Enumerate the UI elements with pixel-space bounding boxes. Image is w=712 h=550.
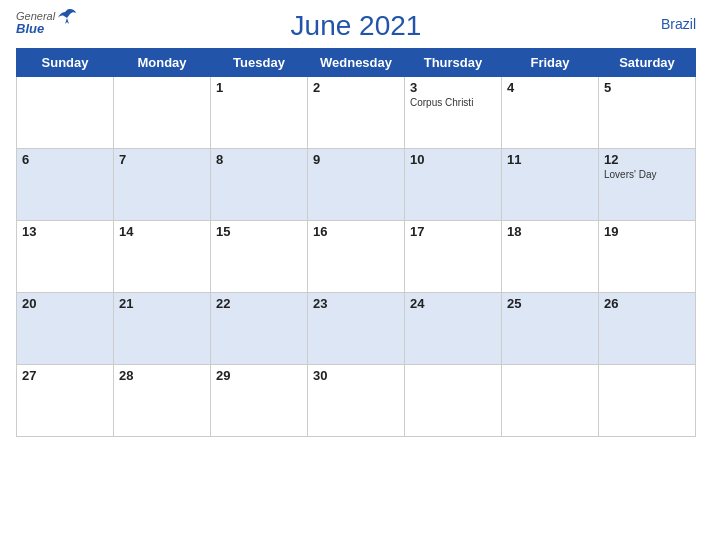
- event-label: Lovers' Day: [604, 169, 690, 180]
- calendar-cell: 8: [211, 149, 308, 221]
- day-number: 3: [410, 80, 496, 95]
- day-number: 29: [216, 368, 302, 383]
- calendar-cell: 28: [114, 365, 211, 437]
- day-number: 4: [507, 80, 593, 95]
- day-header-tuesday: Tuesday: [211, 49, 308, 77]
- day-number: 25: [507, 296, 593, 311]
- calendar-cell: 15: [211, 221, 308, 293]
- calendar-cell: 1: [211, 77, 308, 149]
- day-number: 2: [313, 80, 399, 95]
- day-header-monday: Monday: [114, 49, 211, 77]
- calendar-cell: [17, 77, 114, 149]
- calendar-cell: 22: [211, 293, 308, 365]
- day-number: 5: [604, 80, 690, 95]
- calendar-cell: 9: [308, 149, 405, 221]
- calendar-cell: 13: [17, 221, 114, 293]
- calendar-cell: 18: [502, 221, 599, 293]
- calendar-cell: 4: [502, 77, 599, 149]
- logo-area: General Blue: [16, 10, 77, 36]
- calendar-cell: 30: [308, 365, 405, 437]
- calendar-cell: 23: [308, 293, 405, 365]
- event-label: Corpus Christi: [410, 97, 496, 108]
- day-number: 21: [119, 296, 205, 311]
- calendar-cell: 20: [17, 293, 114, 365]
- week-row-5: 27282930: [17, 365, 696, 437]
- day-number: 19: [604, 224, 690, 239]
- day-number: 27: [22, 368, 108, 383]
- day-header-thursday: Thursday: [405, 49, 502, 77]
- calendar-cell: 2: [308, 77, 405, 149]
- week-row-4: 20212223242526: [17, 293, 696, 365]
- calendar-cell: 14: [114, 221, 211, 293]
- day-number: 12: [604, 152, 690, 167]
- week-row-1: 123Corpus Christi45: [17, 77, 696, 149]
- calendar-cell: [599, 365, 696, 437]
- day-number: 10: [410, 152, 496, 167]
- day-number: 15: [216, 224, 302, 239]
- day-number: 9: [313, 152, 399, 167]
- calendar-table: SundayMondayTuesdayWednesdayThursdayFrid…: [16, 48, 696, 437]
- calendar-cell: [405, 365, 502, 437]
- calendar-cell: 19: [599, 221, 696, 293]
- week-row-3: 13141516171819: [17, 221, 696, 293]
- calendar-cell: 3Corpus Christi: [405, 77, 502, 149]
- day-number: 11: [507, 152, 593, 167]
- calendar-header: General Blue June 2021 Brazil: [16, 10, 696, 42]
- day-number: 6: [22, 152, 108, 167]
- calendar-cell: 21: [114, 293, 211, 365]
- calendar-cell: [502, 365, 599, 437]
- day-number: 7: [119, 152, 205, 167]
- day-number: 28: [119, 368, 205, 383]
- calendar-cell: 24: [405, 293, 502, 365]
- day-header-saturday: Saturday: [599, 49, 696, 77]
- day-number: 22: [216, 296, 302, 311]
- calendar-cell: 29: [211, 365, 308, 437]
- day-number: 14: [119, 224, 205, 239]
- day-number: 18: [507, 224, 593, 239]
- calendar-wrapper: General Blue June 2021 Brazil SundayMond…: [0, 0, 712, 550]
- calendar-cell: 6: [17, 149, 114, 221]
- day-number: 30: [313, 368, 399, 383]
- week-row-2: 6789101112Lovers' Day: [17, 149, 696, 221]
- calendar-cell: 10: [405, 149, 502, 221]
- logo-text: General Blue: [16, 10, 55, 36]
- calendar-cell: 27: [17, 365, 114, 437]
- calendar-cell: 25: [502, 293, 599, 365]
- day-header-wednesday: Wednesday: [308, 49, 405, 77]
- day-number: 20: [22, 296, 108, 311]
- day-number: 1: [216, 80, 302, 95]
- day-number: 17: [410, 224, 496, 239]
- calendar-title: June 2021: [291, 10, 422, 42]
- day-number: 13: [22, 224, 108, 239]
- calendar-cell: 11: [502, 149, 599, 221]
- day-number: 24: [410, 296, 496, 311]
- day-number: 16: [313, 224, 399, 239]
- day-number: 8: [216, 152, 302, 167]
- calendar-cell: [114, 77, 211, 149]
- calendar-cell: 17: [405, 221, 502, 293]
- day-number: 26: [604, 296, 690, 311]
- day-header-friday: Friday: [502, 49, 599, 77]
- calendar-cell: 16: [308, 221, 405, 293]
- calendar-cell: 7: [114, 149, 211, 221]
- calendar-cell: 12Lovers' Day: [599, 149, 696, 221]
- logo-bird-icon: [57, 8, 77, 26]
- days-header-row: SundayMondayTuesdayWednesdayThursdayFrid…: [17, 49, 696, 77]
- calendar-cell: 5: [599, 77, 696, 149]
- calendar-cell: 26: [599, 293, 696, 365]
- day-header-sunday: Sunday: [17, 49, 114, 77]
- logo-blue-text: Blue: [16, 22, 55, 36]
- country-label: Brazil: [661, 16, 696, 32]
- day-number: 23: [313, 296, 399, 311]
